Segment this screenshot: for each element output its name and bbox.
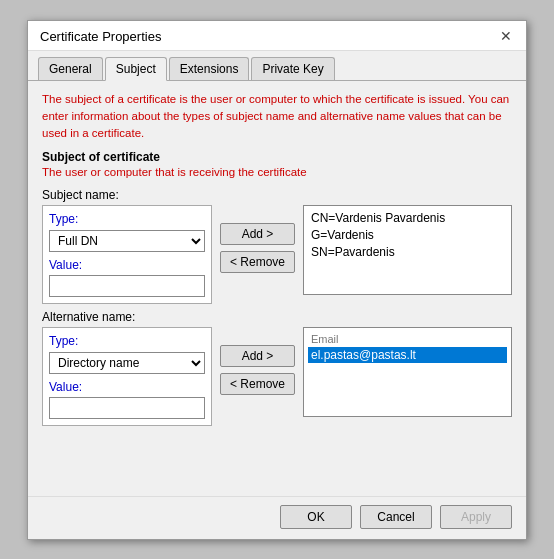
alt-value-label: Value: [49, 380, 205, 394]
alt-select-box: Type: Directory name DNS Email IP addres… [42, 327, 212, 426]
subject-add-button[interactable]: Add > [220, 223, 295, 245]
subject-middle-panel: Add > < Remove [220, 205, 295, 273]
list-item: SN=Pavardenis [308, 244, 507, 260]
subject-name-label: Subject name: [42, 188, 512, 202]
tab-content: The subject of a certificate is the user… [28, 81, 526, 496]
subject-value-label: Value: [49, 258, 205, 272]
tab-bar: General Subject Extensions Private Key [28, 51, 526, 81]
list-item[interactable]: el.pastas@pastas.lt [308, 347, 507, 363]
tab-private-key[interactable]: Private Key [251, 57, 334, 80]
alt-middle-panel: Add > < Remove [220, 327, 295, 395]
alt-left-panel: Type: Directory name DNS Email IP addres… [42, 327, 212, 426]
cancel-button[interactable]: Cancel [360, 505, 432, 529]
subject-cert-label: Subject of certificate [42, 150, 512, 164]
alt-name-label: Alternative name: [42, 310, 512, 324]
alt-type-dropdown[interactable]: Directory name DNS Email IP address URL … [49, 352, 205, 374]
apply-button[interactable]: Apply [440, 505, 512, 529]
alt-name-section: Alternative name: Type: Directory name D… [42, 310, 512, 426]
subject-remove-button[interactable]: < Remove [220, 251, 295, 273]
alt-list-header: Email [308, 332, 507, 346]
alt-value-input[interactable] [49, 397, 205, 419]
subject-value-input[interactable] [49, 275, 205, 297]
subject-list[interactable]: CN=Vardenis Pavardenis G=Vardenis SN=Pav… [303, 205, 512, 295]
dialog-title: Certificate Properties [40, 29, 161, 44]
bottom-bar: OK Cancel Apply [28, 496, 526, 539]
tab-general[interactable]: General [38, 57, 103, 80]
subject-name-row: Type: Full DN Common name Country Locali… [42, 205, 512, 304]
list-item: G=Vardenis [308, 227, 507, 243]
tab-subject[interactable]: Subject [105, 57, 167, 81]
alt-remove-button[interactable]: < Remove [220, 373, 295, 395]
subject-left-panel: Type: Full DN Common name Country Locali… [42, 205, 212, 304]
subject-select-box: Type: Full DN Common name Country Locali… [42, 205, 212, 304]
alt-type-label: Type: [49, 334, 205, 348]
alt-list[interactable]: Email el.pastas@pastas.lt [303, 327, 512, 417]
subject-cert-sublabel: The user or computer that is receiving t… [42, 166, 512, 178]
certificate-properties-dialog: Certificate Properties ✕ General Subject… [27, 20, 527, 540]
subject-type-dropdown[interactable]: Full DN Common name Country Locality Org… [49, 230, 205, 252]
title-bar: Certificate Properties ✕ [28, 21, 526, 51]
alt-name-row: Type: Directory name DNS Email IP addres… [42, 327, 512, 426]
ok-button[interactable]: OK [280, 505, 352, 529]
subject-type-label: Type: [49, 212, 205, 226]
close-button[interactable]: ✕ [498, 29, 514, 43]
tab-extensions[interactable]: Extensions [169, 57, 250, 80]
list-item: CN=Vardenis Pavardenis [308, 210, 507, 226]
alt-add-button[interactable]: Add > [220, 345, 295, 367]
subject-section: Subject of certificate The user or compu… [42, 150, 512, 178]
info-text: The subject of a certificate is the user… [42, 91, 512, 143]
